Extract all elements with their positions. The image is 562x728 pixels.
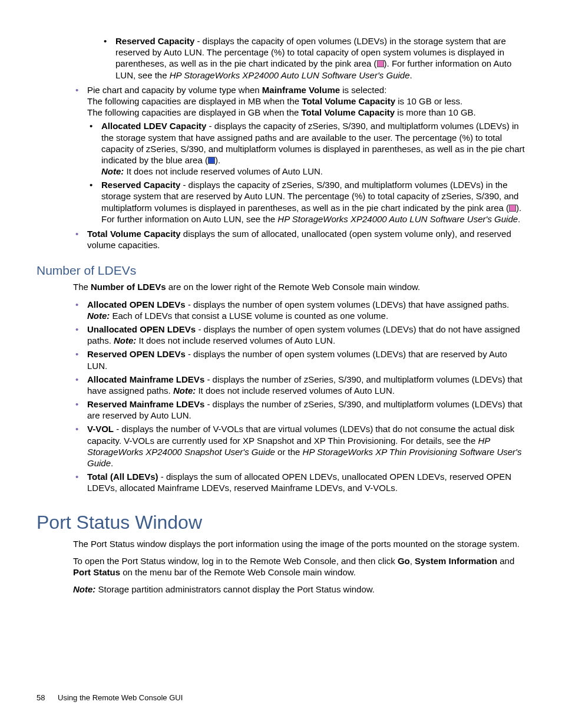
label: Total Volume Capacity	[302, 107, 395, 117]
note-label: Note:	[114, 335, 136, 345]
footer-title: Using the Remote Web Console GUI	[58, 693, 183, 702]
text: ).	[215, 155, 220, 165]
label: Allocated LDEV Capacity	[101, 121, 206, 131]
page-number: 58	[37, 693, 45, 702]
menu-go: Go	[398, 556, 410, 566]
text: and	[497, 556, 514, 566]
text: on the menu bar of the Remote Web Consol…	[120, 567, 356, 577]
item-v-vol: V-VOL - displays the number of V-VOLs th…	[73, 423, 525, 469]
label: Total Volume Capacity	[302, 96, 395, 106]
text: .	[410, 70, 412, 80]
note-label: Note:	[101, 166, 124, 176]
menu-port-status: Port Status	[73, 567, 120, 577]
port-note: Note: Storage partition administrators c…	[73, 584, 525, 595]
text: is 10 GB or less.	[395, 96, 462, 106]
text: Pie chart and capacity by volume type wh…	[87, 85, 262, 95]
item-pie-mainframe: Pie chart and capacity by volume type wh…	[73, 84, 525, 225]
item-unallocated-open-ldevs: Unallocated OPEN LDEVs - displays the nu…	[73, 324, 525, 346]
body-content: Reserved Capacity - displays the capacit…	[73, 35, 525, 251]
note-text: It does not include reserved volumes of …	[136, 335, 335, 345]
item-total-all-ldevs: Total (All LDEVs) - displays the sum of …	[73, 471, 525, 493]
item-total-volume-capacity: Total Volume Capacity displays the sum o…	[73, 228, 525, 251]
text: is more than 10 GB.	[395, 107, 476, 117]
text: ,	[410, 556, 415, 566]
ref: HP StorageWorks XP24000 Auto LUN Softwar…	[277, 214, 518, 224]
text: is selected:	[340, 85, 386, 95]
pink-swatch-icon	[377, 60, 384, 67]
menu-system-information: System Information	[415, 556, 497, 566]
label: Total Volume Capacity	[87, 229, 181, 239]
text: The	[73, 282, 91, 292]
item-reserved-capacity-mainframe: Reserved Capacity - displays the capacit…	[87, 179, 525, 225]
item-allocated-ldev-capacity: Allocated LDEV Capacity - displays the c…	[87, 120, 525, 177]
item-allocated-mainframe-ldevs: Allocated Mainframe LDEVs - displays the…	[73, 374, 525, 396]
note-label: Note:	[173, 386, 196, 396]
page: Reserved Capacity - displays the capacit…	[0, 0, 562, 728]
label: Allocated OPEN LDEVs	[87, 299, 186, 309]
label: Mainframe Volume	[262, 85, 340, 95]
text: To open the Port Status window, log in t…	[73, 556, 398, 566]
blue-swatch-icon	[208, 157, 215, 164]
heading-port-status-window: Port Status Window	[37, 512, 525, 533]
text: - displays the number of open system vol…	[186, 299, 509, 309]
port-content: The Port Status window displays the port…	[73, 538, 525, 595]
ldev-content: The Number of LDEVs are on the lower rig…	[73, 281, 525, 493]
note-text: It does not include reserved volumes of …	[124, 166, 323, 176]
label: Reserved OPEN LDEVs	[87, 349, 186, 359]
label: Reserved Mainframe LDEVs	[87, 399, 204, 409]
item-reserved-mainframe-ldevs: Reserved Mainframe LDEVs - displays the …	[73, 398, 525, 421]
item-reserved-capacity-open: Reserved Capacity - displays the capacit…	[101, 35, 525, 81]
label: Reserved Capacity	[101, 180, 180, 190]
text: .	[518, 214, 520, 224]
note-label: Note:	[87, 311, 110, 321]
pink-swatch-icon	[509, 205, 516, 212]
label: Total (All LDEVs)	[87, 472, 158, 482]
note-label: Note:	[73, 584, 95, 594]
page-footer: 58 Using the Remote Web Console GUI	[37, 693, 183, 702]
text: are on the lower right of the Remote Web…	[166, 282, 421, 292]
label: Allocated Mainframe LDEVs	[87, 374, 204, 384]
note-text: It does not include reserved volumes of …	[196, 386, 395, 396]
item-allocated-open-ldevs: Allocated OPEN LDEVs - displays the numb…	[73, 299, 525, 321]
ldev-intro: The Number of LDEVs are on the lower rig…	[73, 281, 525, 292]
heading-number-of-ldevs: Number of LDEVs	[37, 263, 525, 278]
text: .	[111, 458, 113, 468]
ref: HP StorageWorks XP24000 Auto LUN Softwar…	[170, 70, 410, 80]
text: The following capacities are displayed i…	[87, 96, 302, 106]
label: Reserved Capacity	[115, 36, 194, 46]
text: - displays the number of V-VOLs that are…	[87, 424, 514, 445]
note-text: Each of LDEVs that consist a LUSE volume…	[110, 311, 388, 321]
note-text: Storage partition administrators cannot …	[95, 584, 375, 594]
port-p1: The Port Status window displays the port…	[73, 538, 525, 549]
label: V-VOL	[87, 424, 114, 434]
port-p2: To open the Port Status window, log in t…	[73, 555, 525, 578]
label: Unallocated OPEN LDEVs	[87, 324, 196, 334]
text: or the	[275, 447, 303, 457]
label: Number of LDEVs	[91, 282, 166, 292]
item-reserved-open-ldevs: Reserved OPEN LDEVs - displays the numbe…	[73, 348, 525, 371]
text: The following capacities are displayed i…	[87, 107, 302, 117]
